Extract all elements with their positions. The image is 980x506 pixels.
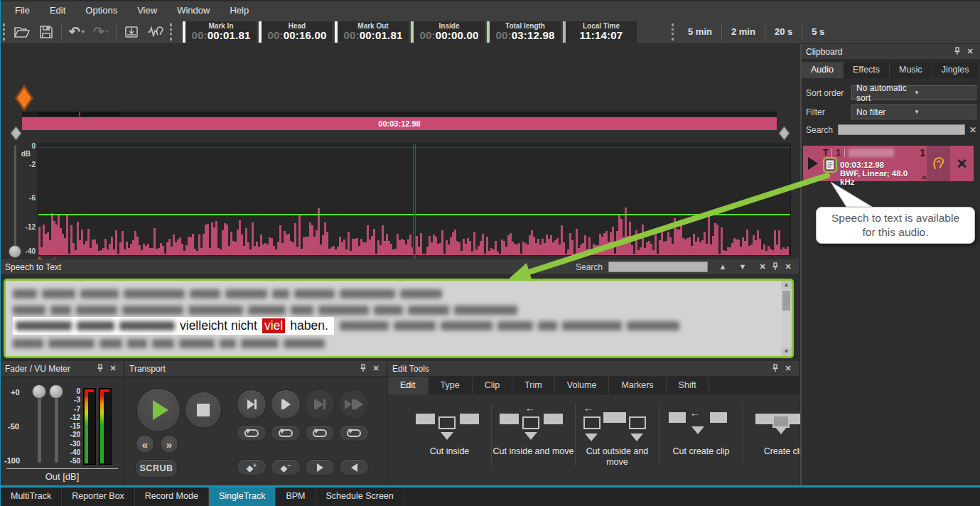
loop-button-2[interactable] bbox=[271, 425, 301, 441]
zoom-20s-button[interactable]: 20 s bbox=[765, 26, 802, 37]
collapse-icon[interactable]: » bbox=[920, 176, 930, 181]
gain-slider-track[interactable] bbox=[14, 145, 16, 253]
tab-record-mode[interactable]: Record Mode bbox=[135, 488, 209, 506]
zoom-5s-button[interactable]: 5 s bbox=[802, 26, 834, 37]
fader-knob-left[interactable] bbox=[32, 384, 46, 399]
loop-button-1[interactable] bbox=[237, 425, 266, 441]
tab-audio[interactable]: Audio bbox=[802, 62, 844, 78]
save-button[interactable] bbox=[34, 22, 58, 42]
fader-track[interactable] bbox=[55, 393, 58, 463]
speech-to-text-button[interactable] bbox=[144, 22, 168, 42]
close-icon[interactable]: ✕ bbox=[782, 262, 795, 271]
time-field-total-length[interactable]: Total length 00:03:12.98 bbox=[487, 21, 561, 43]
time-field-inside[interactable]: Inside 00:00:00.00 bbox=[411, 21, 485, 43]
range-diamond-right[interactable] bbox=[779, 126, 790, 140]
menu-edit[interactable]: Edit bbox=[40, 1, 75, 20]
close-icon[interactable]: ✕ bbox=[370, 364, 382, 373]
tab-shift[interactable]: Shift bbox=[667, 377, 709, 394]
scroll-down-icon[interactable]: ▼ bbox=[784, 348, 790, 356]
search-clear-icon[interactable]: ✕ bbox=[756, 262, 769, 271]
time-field-head[interactable]: Head 00:00:16.00 bbox=[259, 21, 333, 43]
loop-button-3[interactable] bbox=[305, 425, 335, 441]
menu-window[interactable]: Window bbox=[167, 1, 220, 20]
overview-clip-bar[interactable]: 00:03:12.98 bbox=[22, 117, 777, 130]
filter-select[interactable]: No filter ▼ bbox=[851, 104, 976, 119]
search-next-icon[interactable]: ▼ bbox=[736, 262, 749, 271]
waveform-plot[interactable] bbox=[38, 144, 791, 256]
toolbar-grip[interactable] bbox=[672, 23, 674, 41]
tab-effects[interactable]: Effects bbox=[844, 62, 890, 78]
tab-reporter-box[interactable]: Reporter Box bbox=[62, 488, 135, 506]
scrub-button[interactable]: SCRUB bbox=[135, 459, 178, 478]
rewind-button[interactable]: « bbox=[136, 435, 154, 453]
tab-markers[interactable]: Markers bbox=[609, 377, 666, 394]
tab-singletrack[interactable]: SingleTrack bbox=[209, 488, 276, 506]
clip-remove-button[interactable]: ✕ bbox=[950, 146, 974, 181]
speech-vscrollbar[interactable]: ▲ ▼ bbox=[781, 281, 792, 356]
close-icon[interactable]: ✕ bbox=[782, 364, 795, 373]
fader-track[interactable] bbox=[38, 393, 41, 463]
tab-schedule-screen[interactable]: Schedule Screen bbox=[316, 488, 404, 506]
play-around-cursor-button[interactable] bbox=[339, 389, 369, 419]
forward-button[interactable]: » bbox=[160, 435, 178, 453]
tab-edit[interactable]: Edit bbox=[388, 377, 429, 394]
tab-music[interactable]: Music bbox=[890, 62, 932, 78]
import-button[interactable] bbox=[119, 22, 144, 42]
playback-cursor[interactable] bbox=[413, 144, 414, 271]
tool-cut-create-clip[interactable]: ← Cut create clip bbox=[659, 404, 743, 457]
zoom-5min-button[interactable]: 5 min bbox=[679, 26, 721, 37]
pin-icon[interactable] bbox=[769, 364, 782, 374]
clipboard-audio-item[interactable]: T 1 1 00:03:12.98 bbox=[803, 146, 974, 181]
tab-trim[interactable]: Trim bbox=[512, 377, 555, 394]
time-field-local-time[interactable]: Local Time 11:14:07 bbox=[563, 21, 637, 43]
zoom-2min-button[interactable]: 2 min bbox=[722, 26, 765, 37]
tool-cut-inside-move[interactable]: ← Cut inside and move bbox=[492, 404, 575, 457]
marker-diamond-orange[interactable] bbox=[15, 85, 33, 112]
overview-ruler[interactable] bbox=[22, 112, 777, 117]
transcript-available-button[interactable] bbox=[823, 157, 837, 173]
clip-play-button[interactable] bbox=[803, 146, 823, 181]
pin-icon[interactable] bbox=[951, 47, 964, 57]
tab-type[interactable]: Type bbox=[429, 377, 473, 394]
redo-button[interactable]: ↷▾ bbox=[89, 22, 113, 42]
vscroll-thumb[interactable] bbox=[782, 291, 790, 311]
menu-help[interactable]: Help bbox=[220, 1, 259, 20]
toolbar-grip[interactable] bbox=[3, 23, 6, 41]
tool-cut-outside-move[interactable]: ← Cut outside and move bbox=[576, 404, 659, 468]
clipboard-search-input[interactable] bbox=[838, 124, 965, 135]
undo-button[interactable]: ↶▾ bbox=[65, 22, 89, 42]
tab-bpm[interactable]: BPM bbox=[276, 488, 316, 506]
tab-clip[interactable]: Clip bbox=[473, 377, 513, 394]
speech-search-input[interactable] bbox=[608, 262, 708, 272]
loop-button-4[interactable] bbox=[339, 425, 369, 441]
pin-icon[interactable] bbox=[769, 262, 782, 272]
pin-icon[interactable] bbox=[357, 364, 370, 374]
play-button[interactable] bbox=[136, 388, 181, 432]
play-from-mark-button[interactable] bbox=[271, 389, 301, 419]
prelisten-button[interactable] bbox=[927, 146, 950, 181]
search-clear-icon[interactable]: ✕ bbox=[969, 125, 976, 135]
tab-jingles[interactable]: Jingles bbox=[932, 62, 979, 78]
menu-options[interactable]: Options bbox=[75, 1, 127, 20]
play-between-marks-button[interactable] bbox=[305, 389, 335, 419]
tab-volume[interactable]: Volume bbox=[555, 377, 610, 394]
menu-file[interactable]: File bbox=[5, 1, 40, 20]
stop-button[interactable] bbox=[185, 392, 222, 429]
fader-knob-right[interactable] bbox=[49, 384, 63, 399]
sort-order-select[interactable]: No automatic sort ▼ bbox=[851, 85, 976, 100]
tab-multitrack[interactable]: MultiTrack bbox=[1, 488, 62, 506]
vscroll-track[interactable] bbox=[781, 289, 792, 348]
add-marker-button[interactable]: ◆+ bbox=[237, 459, 266, 475]
toolbar-grip[interactable] bbox=[170, 23, 173, 41]
speech-transcript-area[interactable]: vielleicht nichtvielhaben. ▲ ▼ bbox=[4, 279, 794, 358]
menu-view[interactable]: View bbox=[127, 1, 167, 20]
search-prev-icon[interactable]: ▲ bbox=[716, 262, 729, 271]
open-file-button[interactable] bbox=[10, 22, 34, 42]
next-marker-button[interactable] bbox=[305, 459, 335, 475]
range-diamond-left[interactable] bbox=[11, 126, 22, 140]
play-to-mark-button[interactable] bbox=[237, 389, 266, 419]
remove-marker-button[interactable]: ◆− bbox=[271, 459, 301, 475]
close-icon[interactable]: ✕ bbox=[107, 364, 119, 373]
tool-cut-inside[interactable]: Cut inside bbox=[408, 404, 491, 457]
time-field-mark-in[interactable]: Mark In 00:00:01.81 bbox=[183, 21, 257, 43]
